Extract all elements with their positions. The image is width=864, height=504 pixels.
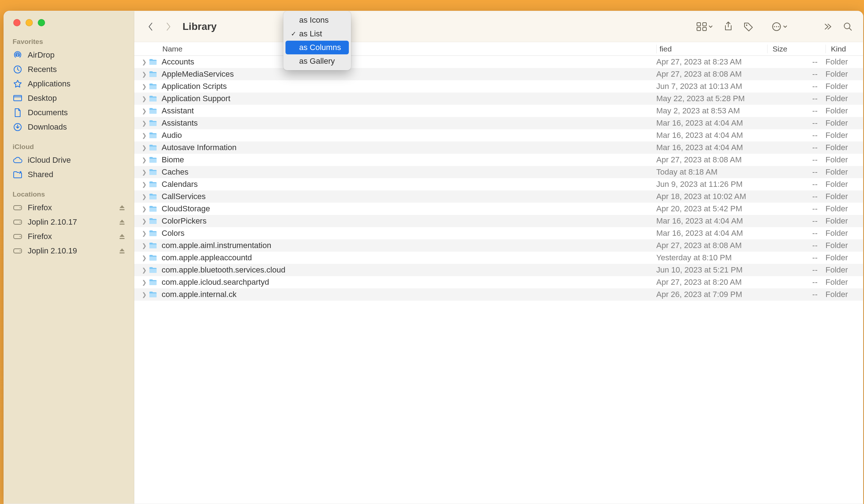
- svg-rect-18: [697, 23, 701, 26]
- disclosure-triangle-icon[interactable]: ❯: [139, 83, 149, 90]
- downloads-icon: [13, 122, 23, 132]
- disclosure-triangle-icon[interactable]: ❯: [139, 230, 149, 237]
- view-menu-item-as-gallery[interactable]: as Gallery: [285, 54, 349, 68]
- file-name: Autosave Information: [162, 143, 656, 152]
- sidebar-item-joplin-2-10-19[interactable]: Joplin 2.10.19: [4, 244, 134, 258]
- file-modified: Mar 16, 2023 at 4:04 AM: [656, 143, 767, 152]
- sidebar-item-applications[interactable]: Applications: [4, 77, 134, 91]
- sidebar-item-icloud-drive[interactable]: iCloud Drive: [4, 153, 134, 167]
- file-row[interactable]: ❯ BiomeApr 27, 2023 at 8:08 AM--Folder: [134, 154, 863, 166]
- folder-icon: [149, 205, 158, 213]
- disclosure-triangle-icon[interactable]: ❯: [139, 120, 149, 127]
- sidebar-item-recents[interactable]: Recents: [4, 62, 134, 77]
- file-row[interactable]: ❯ Application ScriptsJun 7, 2023 at 10:1…: [134, 80, 863, 93]
- file-row[interactable]: ❯ CallServicesApr 18, 2023 at 10:02 AM--…: [134, 190, 863, 203]
- eject-icon[interactable]: [119, 204, 125, 211]
- file-row[interactable]: ❯ AppleMediaServicesApr 27, 2023 at 8:08…: [134, 68, 863, 80]
- sidebar-item-firefox[interactable]: Firefox: [4, 229, 134, 244]
- file-name: Accounts: [162, 57, 656, 67]
- zoom-window-button[interactable]: [38, 19, 45, 26]
- disclosure-triangle-icon[interactable]: ❯: [139, 291, 149, 298]
- file-row[interactable]: ❯ CachesToday at 8:18 AM--Folder: [134, 166, 863, 178]
- view-menu-item-label: as Icons: [299, 15, 329, 25]
- file-modified: Jun 10, 2023 at 5:21 PM: [656, 265, 767, 275]
- column-name[interactable]: Name: [134, 45, 656, 53]
- sidebar-item-firefox[interactable]: Firefox: [4, 201, 134, 215]
- tags-button[interactable]: [740, 19, 757, 34]
- file-row[interactable]: ❯ com.apple.bluetooth.services.cloudJun …: [134, 264, 863, 276]
- file-size: --: [767, 143, 825, 152]
- file-row[interactable]: ❯ Application SupportMay 22, 2023 at 5:2…: [134, 93, 863, 105]
- search-button[interactable]: [839, 19, 856, 34]
- disclosure-triangle-icon[interactable]: ❯: [139, 267, 149, 274]
- sidebar-item-downloads[interactable]: Downloads: [4, 120, 134, 134]
- file-row[interactable]: ❯ CloudStorageApr 20, 2023 at 5:42 PM--F…: [134, 203, 863, 215]
- eject-icon[interactable]: [119, 248, 125, 254]
- disclosure-triangle-icon[interactable]: ❯: [139, 279, 149, 286]
- back-button[interactable]: [144, 19, 158, 34]
- file-modified: Apr 27, 2023 at 8:23 AM: [656, 57, 767, 67]
- disclosure-triangle-icon[interactable]: ❯: [139, 108, 149, 114]
- folder-icon: [149, 254, 158, 262]
- file-kind: Folder: [825, 106, 863, 116]
- file-row[interactable]: ❯ Autosave InformationMar 16, 2023 at 4:…: [134, 141, 863, 154]
- view-menu-item-as-list[interactable]: as List: [285, 27, 349, 41]
- view-menu-item-as-columns[interactable]: as Columns: [285, 41, 349, 54]
- disclosure-triangle-icon[interactable]: ❯: [139, 95, 149, 102]
- disclosure-triangle-icon[interactable]: ❯: [139, 206, 149, 212]
- column-modified[interactable]: fied: [656, 45, 767, 53]
- file-row[interactable]: ❯ com.apple.icloud.searchpartydApr 27, 2…: [134, 276, 863, 288]
- sidebar-item-desktop[interactable]: Desktop: [4, 91, 134, 105]
- eject-icon[interactable]: [119, 219, 125, 225]
- file-list[interactable]: ❯ AccountsApr 27, 2023 at 8:23 AM--Folde…: [134, 56, 863, 504]
- disclosure-triangle-icon[interactable]: ❯: [139, 255, 149, 261]
- share-button[interactable]: [720, 19, 737, 34]
- sidebar-item-documents[interactable]: Documents: [4, 105, 134, 120]
- file-size: --: [767, 167, 825, 177]
- sidebar-item-shared[interactable]: Shared: [4, 167, 134, 182]
- view-menu-item-as-icons[interactable]: as Icons: [285, 13, 349, 27]
- column-size[interactable]: Size: [767, 45, 825, 53]
- icloud-icon: [13, 155, 23, 165]
- file-size: --: [767, 216, 825, 226]
- disclosure-triangle-icon[interactable]: ❯: [139, 193, 149, 200]
- file-name: CallServices: [162, 192, 656, 201]
- disclosure-triangle-icon[interactable]: ❯: [139, 59, 149, 66]
- sidebar-item-joplin-2-10-17[interactable]: Joplin 2.10.17: [4, 215, 134, 229]
- file-modified: Mar 16, 2023 at 4:04 AM: [656, 229, 767, 238]
- disclosure-triangle-icon[interactable]: ❯: [139, 71, 149, 78]
- file-row[interactable]: ❯ com.apple.appleaccountdYesterday at 8:…: [134, 252, 863, 264]
- file-row[interactable]: ❯ AudioMar 16, 2023 at 4:04 AM--Folder: [134, 129, 863, 141]
- file-row[interactable]: ❯ com.apple.aiml.instrumentationApr 27, …: [134, 239, 863, 252]
- file-modified: Apr 26, 2023 at 7:09 PM: [656, 290, 767, 299]
- file-row[interactable]: ❯ AssistantsMar 16, 2023 at 4:04 AM--Fol…: [134, 117, 863, 129]
- disclosure-triangle-icon[interactable]: ❯: [139, 218, 149, 225]
- file-row[interactable]: ❯ CalendarsJun 9, 2023 at 11:26 PM--Fold…: [134, 178, 863, 190]
- action-button[interactable]: [767, 19, 792, 34]
- disclosure-triangle-icon[interactable]: ❯: [139, 181, 149, 188]
- disclosure-triangle-icon[interactable]: ❯: [139, 144, 149, 151]
- disclosure-triangle-icon[interactable]: ❯: [139, 169, 149, 176]
- minimize-window-button[interactable]: [26, 19, 33, 26]
- sidebar-item-airdrop[interactable]: AirDrop: [4, 48, 134, 62]
- disclosure-triangle-icon[interactable]: ❯: [139, 157, 149, 163]
- file-kind: Folder: [825, 82, 863, 91]
- file-row[interactable]: ❯ ColorPickersMar 16, 2023 at 4:04 AM--F…: [134, 215, 863, 227]
- file-kind: Folder: [825, 278, 863, 287]
- group-button[interactable]: [692, 19, 717, 34]
- file-row[interactable]: ❯ ColorsMar 16, 2023 at 4:04 AM--Folder: [134, 227, 863, 239]
- eject-icon[interactable]: [119, 233, 125, 240]
- file-row[interactable]: ❯ AssistantMay 2, 2023 at 8:53 AM--Folde…: [134, 105, 863, 117]
- overflow-button[interactable]: [819, 19, 836, 34]
- file-size: --: [767, 155, 825, 165]
- file-size: --: [767, 94, 825, 103]
- svg-rect-17: [120, 252, 125, 253]
- column-kind[interactable]: Kind: [825, 45, 863, 53]
- disclosure-triangle-icon[interactable]: ❯: [139, 132, 149, 139]
- forward-button[interactable]: [161, 19, 175, 34]
- file-row[interactable]: ❯ AccountsApr 27, 2023 at 8:23 AM--Folde…: [134, 56, 863, 68]
- close-window-button[interactable]: [13, 19, 21, 26]
- file-name: com.apple.bluetooth.services.cloud: [162, 265, 656, 275]
- file-row[interactable]: ❯ com.apple.internal.ckApr 26, 2023 at 7…: [134, 288, 863, 301]
- disclosure-triangle-icon[interactable]: ❯: [139, 242, 149, 249]
